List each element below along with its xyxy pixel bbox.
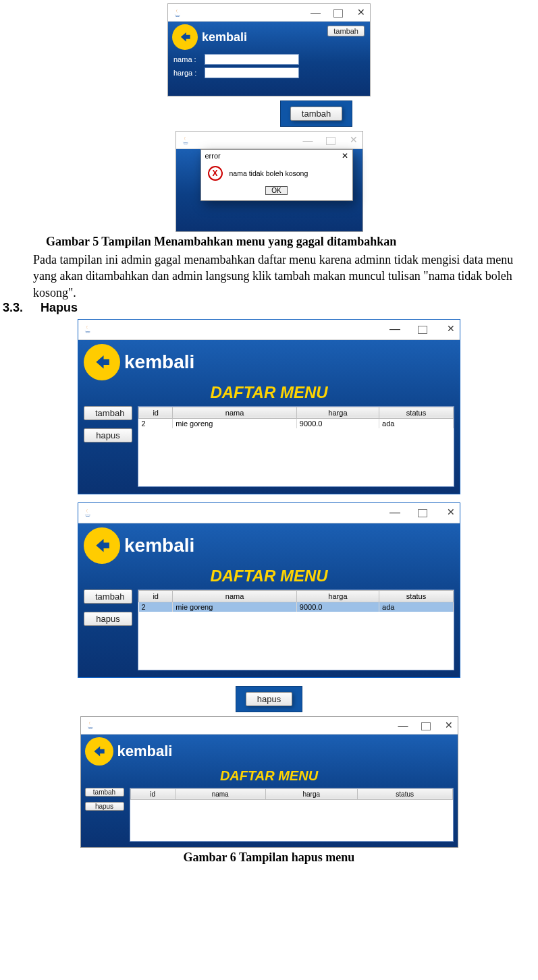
java-icon — [172, 7, 183, 18]
close-icon[interactable]: ✕ — [342, 151, 348, 161]
tambah-button[interactable]: tambah — [290, 107, 342, 121]
figure-6-caption: Gambar 6 Tampilan hapus menu — [0, 851, 538, 865]
window-controls — [398, 720, 454, 731]
java-icon — [82, 324, 93, 335]
maximize-icon[interactable] — [421, 722, 431, 730]
hapus-button[interactable]: hapus — [85, 802, 124, 811]
col-status: status — [357, 788, 452, 799]
back-arrow-icon[interactable] — [84, 527, 120, 564]
hapus-button[interactable]: hapus — [246, 692, 292, 706]
add-menu-window: kembali tambah nama : harga : — [167, 3, 371, 96]
col-nama: nama — [175, 788, 265, 799]
window-controls — [303, 134, 358, 146]
titlebar — [176, 132, 362, 149]
col-id: id — [139, 590, 173, 602]
close-icon[interactable] — [356, 7, 366, 18]
ok-button[interactable]: OK — [265, 186, 287, 195]
table-row-selected[interactable]: 2 mie goreng 9000.0 ada — [139, 602, 454, 612]
daftar-menu-title: DAFTAR MENU — [210, 383, 327, 401]
table-header-row: id nama harga status — [139, 590, 454, 602]
col-harga: harga — [296, 407, 379, 418]
col-id: id — [130, 788, 175, 799]
daftar-menu-window-3: kembali DAFTAR MENU tambah hapus id nama… — [80, 716, 458, 848]
menu-table[interactable]: id nama harga status — [130, 788, 454, 842]
harga-label: harga : — [173, 69, 200, 77]
java-icon — [82, 507, 93, 518]
daftar-menu-window-1: kembali DAFTAR MENU tambah hapus id nama… — [78, 319, 460, 494]
table-row[interactable]: 2 mie goreng 9000.0 ada — [139, 418, 454, 428]
tambah-highlight-wrap: tambah — [280, 100, 352, 127]
nama-label: nama : — [173, 55, 200, 63]
hapus-button[interactable]: hapus — [84, 612, 132, 626]
figure-5-caption: Gambar 5 Tampilan Menambahkan menu yang … — [0, 235, 538, 249]
table-empty-area — [138, 612, 454, 668]
minimize-icon[interactable] — [311, 7, 320, 18]
nama-field[interactable] — [205, 54, 299, 65]
harga-field[interactable] — [205, 67, 299, 78]
col-id: id — [139, 407, 173, 418]
table-empty-area — [138, 428, 454, 485]
close-icon — [349, 134, 358, 146]
window-controls — [311, 7, 366, 18]
menu-table[interactable]: id nama harga status 2 mie goreng 9000.0… — [138, 589, 454, 670]
table-header-row: id nama harga status — [139, 407, 454, 418]
tambah-button[interactable]: tambah — [327, 26, 365, 36]
daftar-menu-title: DAFTAR MENU — [210, 567, 327, 585]
section-title: Hapus — [41, 301, 78, 314]
back-label: kembali — [124, 351, 194, 373]
table-header-row: id nama harga status — [130, 788, 452, 799]
back-label: kembali — [117, 743, 173, 760]
description-paragraph: Pada tampilan ini admin gagal menambahka… — [0, 252, 538, 301]
error-icon: X — [208, 166, 223, 181]
menu-table[interactable]: id nama harga status 2 mie goreng 9000.0… — [138, 406, 454, 487]
back-arrow-icon[interactable] — [172, 24, 198, 50]
col-status: status — [379, 407, 454, 418]
add-menu-window-with-error: error ✕ X nama tidak boleh kosong OK — [176, 131, 363, 232]
col-harga: harga — [265, 788, 357, 799]
close-icon[interactable] — [446, 507, 456, 519]
table-empty-area — [130, 800, 453, 840]
maximize-icon[interactable] — [333, 9, 343, 18]
daftar-menu-title: DAFTAR MENU — [220, 768, 318, 783]
java-icon — [85, 720, 96, 730]
back-label: kembali — [124, 535, 194, 556]
close-icon[interactable] — [446, 323, 456, 335]
tambah-button[interactable]: tambah — [85, 788, 124, 797]
close-icon[interactable] — [444, 720, 454, 731]
col-nama: nama — [173, 407, 297, 418]
tambah-button[interactable]: tambah — [84, 589, 132, 604]
col-nama: nama — [173, 590, 297, 602]
col-harga: harga — [296, 590, 379, 602]
error-title: error — [205, 152, 221, 160]
error-message: nama tidak boleh kosong — [230, 169, 308, 177]
hapus-button[interactable]: hapus — [84, 428, 132, 442]
section-heading: 3.3.Hapus — [0, 301, 538, 315]
maximize-icon[interactable] — [418, 509, 427, 517]
back-arrow-icon[interactable] — [85, 737, 113, 766]
maximize-icon — [326, 137, 335, 145]
section-number: 3.3. — [3, 301, 23, 314]
java-icon — [180, 135, 191, 146]
titlebar — [168, 4, 370, 22]
maximize-icon[interactable] — [418, 326, 427, 334]
window-controls — [389, 507, 456, 519]
minimize-icon[interactable] — [398, 720, 408, 731]
error-dialog: error ✕ X nama tidak boleh kosong OK — [200, 149, 353, 201]
titlebar — [78, 320, 460, 340]
window-controls — [389, 323, 456, 335]
col-status: status — [379, 590, 454, 602]
titlebar — [78, 503, 460, 523]
hapus-highlight-wrap: hapus — [236, 686, 302, 712]
titlebar — [81, 717, 458, 734]
tambah-button[interactable]: tambah — [84, 406, 132, 420]
back-arrow-icon[interactable] — [84, 344, 120, 380]
minimize-icon[interactable] — [389, 323, 399, 335]
minimize-icon — [303, 134, 313, 146]
minimize-icon[interactable] — [389, 507, 399, 519]
daftar-menu-window-2: kembali DAFTAR MENU tambah hapus id nama… — [78, 502, 460, 678]
back-label: kembali — [202, 30, 247, 45]
